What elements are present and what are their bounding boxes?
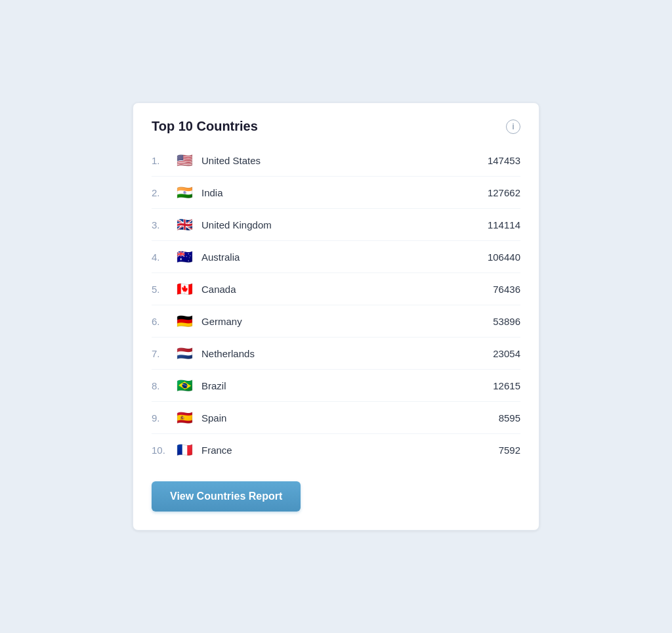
card-header: Top 10 Countries i: [152, 119, 520, 134]
country-count: 76436: [493, 284, 520, 295]
country-flag: 🇨🇦: [175, 282, 194, 295]
country-row: 10. 🇫🇷 France 7592: [152, 434, 520, 466]
country-row: 3. 🇬🇧 United Kingdom 114114: [152, 209, 520, 241]
country-name: Canada: [201, 284, 493, 295]
countries-card: Top 10 Countries i 1. 🇺🇸 United States 1…: [133, 102, 539, 531]
country-row: 4. 🇦🇺 Australia 106440: [152, 241, 520, 273]
country-rank: 6.: [152, 316, 175, 327]
country-count: 106440: [488, 251, 520, 263]
country-flag: 🇫🇷: [175, 443, 194, 456]
country-flag: 🇬🇧: [175, 218, 194, 231]
country-row: 7. 🇳🇱 Netherlands 23054: [152, 338, 520, 370]
country-count: 7592: [499, 445, 520, 456]
country-row: 9. 🇪🇸 Spain 8595: [152, 402, 520, 434]
country-row: 6. 🇩🇪 Germany 53896: [152, 305, 520, 338]
country-flag: 🇮🇳: [175, 186, 194, 199]
country-rank: 4.: [152, 251, 175, 263]
country-count: 12615: [493, 380, 520, 391]
country-count: 127662: [488, 187, 520, 198]
country-flag: 🇳🇱: [175, 347, 194, 360]
country-row: 1. 🇺🇸 United States 147453: [152, 144, 520, 177]
country-rank: 8.: [152, 380, 175, 391]
country-rank: 5.: [152, 284, 175, 295]
country-list: 1. 🇺🇸 United States 147453 2. 🇮🇳 India 1…: [152, 144, 520, 466]
country-name: France: [201, 445, 499, 456]
country-row: 8. 🇧🇷 Brazil 12615: [152, 370, 520, 402]
country-rank: 10.: [152, 445, 175, 456]
country-flag: 🇪🇸: [175, 411, 194, 424]
country-flag: 🇩🇪: [175, 315, 194, 328]
country-name: Germany: [201, 316, 493, 327]
country-rank: 9.: [152, 412, 175, 424]
country-flag: 🇦🇺: [175, 250, 194, 263]
country-name: Brazil: [201, 380, 493, 391]
card-title: Top 10 Countries: [152, 119, 258, 134]
country-name: Spain: [201, 412, 499, 424]
country-count: 53896: [493, 316, 520, 327]
country-flag: 🇺🇸: [175, 154, 194, 167]
country-count: 147453: [488, 155, 520, 166]
country-count: 23054: [493, 348, 520, 359]
country-rank: 2.: [152, 187, 175, 198]
country-count: 8595: [499, 412, 520, 424]
country-row: 5. 🇨🇦 Canada 76436: [152, 273, 520, 305]
country-rank: 1.: [152, 155, 175, 166]
country-rank: 3.: [152, 219, 175, 230]
country-flag: 🇧🇷: [175, 379, 194, 392]
country-name: United Kingdom: [201, 219, 488, 230]
country-count: 114114: [488, 219, 520, 230]
country-row: 2. 🇮🇳 India 127662: [152, 177, 520, 209]
country-name: Netherlands: [201, 348, 493, 359]
info-icon[interactable]: i: [506, 120, 520, 134]
country-name: Australia: [201, 251, 488, 263]
country-name: India: [201, 187, 488, 198]
country-rank: 7.: [152, 348, 175, 359]
country-name: United States: [201, 155, 488, 166]
view-countries-report-button[interactable]: View Countries Report: [152, 481, 301, 512]
